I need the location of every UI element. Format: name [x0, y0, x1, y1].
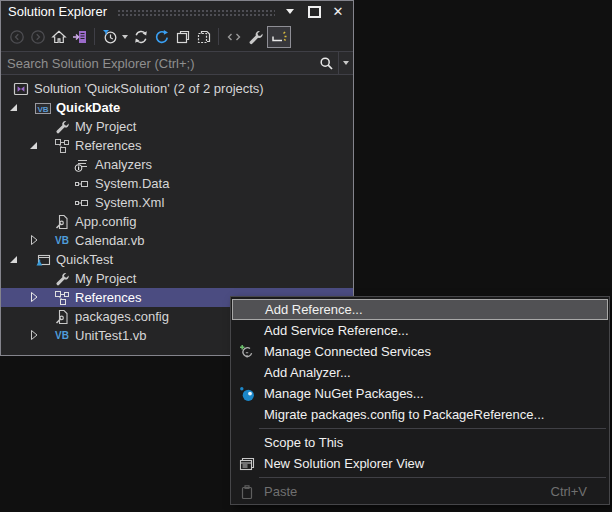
toolbar-separator: [94, 28, 95, 45]
search-input[interactable]: Search Solution Explorer (Ctrl+;): [1, 56, 314, 71]
menu-item-label: Migrate packages.config to PackageRefere…: [264, 407, 544, 422]
chevron-down-icon: [286, 9, 294, 14]
expanded-arrow-icon[interactable]: [7, 101, 19, 113]
menu-item-add-service-reference[interactable]: Add Service Reference...: [231, 320, 609, 341]
tree-row-label: System.Xml: [95, 195, 164, 210]
tree-row-label: packages.config: [75, 309, 169, 324]
tree-row-app-config[interactable]: App.config: [1, 212, 353, 231]
tree-row-label: System.Data: [95, 176, 169, 191]
back-icon: [9, 29, 25, 45]
forward-icon: [30, 29, 46, 45]
menu-item-label: New Solution Explorer View: [264, 456, 424, 471]
search-button[interactable]: [314, 52, 338, 74]
chevron-down-icon: [343, 61, 349, 65]
references-icon: [54, 290, 70, 306]
tree-row-calendar-vb[interactable]: VB Calendar.vb: [1, 231, 353, 250]
menu-item-label: Manage NuGet Packages...: [264, 386, 424, 401]
collapsed-arrow-icon[interactable]: [27, 234, 39, 246]
panel-title: Solution Explorer: [8, 4, 107, 19]
tree-row-solution[interactable]: Solution 'QuickSolution' (2 of 2 project…: [1, 79, 353, 98]
sync-icon: [154, 29, 170, 45]
refresh-icon: [133, 29, 149, 45]
menu-item-shortcut: Ctrl+V: [551, 484, 609, 499]
tree-row-label: QuickDate: [56, 100, 120, 115]
show-all-files-icon: [196, 29, 212, 45]
my-project-icon: [54, 119, 70, 135]
tree-row-references-quickdate[interactable]: References: [1, 136, 353, 155]
tree-row-label: QuickTest: [56, 252, 113, 267]
preview-selected-items-icon: [270, 29, 288, 45]
collapsed-arrow-icon[interactable]: [27, 329, 39, 341]
tree-row-quicktest[interactable]: QuickTest: [1, 250, 353, 269]
menu-item-new-solution-explorer-view[interactable]: New Solution Explorer View: [231, 453, 609, 474]
tree-row-quickdate[interactable]: VB QuickDate: [1, 98, 353, 117]
sync-with-active-document-icon: [72, 29, 88, 45]
tree-row-label: My Project: [75, 271, 136, 286]
menu-item-label: Scope to This: [264, 435, 343, 450]
sync-with-active-document-button[interactable]: [69, 26, 90, 48]
tree-row-my-project-quicktest[interactable]: My Project: [1, 269, 353, 288]
tree-row-label: My Project: [75, 119, 136, 134]
tree-row-label: UnitTest1.vb: [75, 328, 147, 343]
search-icon: [319, 56, 334, 71]
home-icon: [51, 29, 67, 45]
config-file-icon: [54, 214, 70, 230]
assembly-icon: [74, 195, 90, 211]
menu-item-manage-connected-services[interactable]: Manage Connected Services: [231, 341, 609, 362]
drag-handle[interactable]: [117, 8, 275, 17]
tree-row-label: References: [75, 138, 141, 153]
maximize-button[interactable]: [305, 4, 323, 20]
menu-item-add-analyzer[interactable]: Add Analyzer...: [231, 362, 609, 383]
view-code-icon: [226, 29, 242, 45]
forward-button[interactable]: [27, 26, 48, 48]
collapsed-arrow-icon[interactable]: [27, 291, 39, 303]
back-button[interactable]: [6, 26, 27, 48]
preview-selected-items-toggle[interactable]: [267, 26, 291, 48]
home-button[interactable]: [48, 26, 69, 48]
close-button[interactable]: ✕: [329, 4, 347, 20]
close-icon: ✕: [333, 5, 344, 18]
test-project-icon: [35, 252, 51, 268]
menu-item-manage-nuget-packages[interactable]: Manage NuGet Packages...: [231, 383, 609, 404]
pending-changes-filter-button[interactable]: [99, 26, 120, 48]
title-bar: Solution Explorer ✕: [1, 1, 353, 22]
tree-row-my-project[interactable]: My Project: [1, 117, 353, 136]
menu-item-paste[interactable]: Paste Ctrl+V: [231, 481, 609, 502]
search-bar: Search Solution Explorer (Ctrl+;): [1, 51, 353, 75]
properties-icon: [247, 29, 263, 45]
nuget-icon: [238, 385, 255, 402]
menu-item-add-reference[interactable]: Add Reference...: [232, 299, 608, 320]
menu-item-label: Add Service Reference...: [264, 323, 409, 338]
window-position-button[interactable]: [281, 4, 299, 20]
menu-item-scope-to-this[interactable]: Scope to This: [231, 432, 609, 453]
filter-dropdown-arrow-icon[interactable]: [122, 35, 128, 39]
menu-item-label: Add Analyzer...: [264, 365, 351, 380]
sync-button[interactable]: [151, 26, 172, 48]
tree-row-label: App.config: [75, 214, 136, 229]
tree-row-system-data[interactable]: System.Data: [1, 174, 353, 193]
view-code-button[interactable]: [223, 26, 244, 48]
context-menu: Add Reference... Add Service Reference..…: [230, 296, 610, 505]
toolbar-separator: [218, 28, 219, 45]
menu-item-migrate-packages-config[interactable]: Migrate packages.config to PackageRefere…: [231, 404, 609, 425]
properties-button[interactable]: [244, 26, 265, 48]
tree-row-analyzers[interactable]: Analyzers: [1, 155, 353, 174]
expanded-arrow-icon[interactable]: [7, 253, 19, 265]
new-solution-explorer-view-icon: [238, 455, 255, 472]
analyzers-icon: [74, 157, 90, 173]
menu-separator: [259, 428, 606, 429]
toolbar: [1, 22, 353, 51]
my-project-icon: [54, 271, 70, 287]
tree-row-system-xml[interactable]: System.Xml: [1, 193, 353, 212]
collapse-all-button[interactable]: [172, 26, 193, 48]
show-all-files-button[interactable]: [193, 26, 214, 48]
tree-row-label: Calendar.vb: [75, 233, 144, 248]
search-options-dropdown[interactable]: [339, 52, 353, 74]
expanded-arrow-icon[interactable]: [27, 139, 39, 151]
vb-project-icon: VB: [35, 100, 51, 116]
menu-separator: [259, 477, 606, 478]
solution-icon: [13, 81, 29, 97]
tree-row-label: Solution 'QuickSolution' (2 of 2 project…: [34, 81, 264, 96]
refresh-button[interactable]: [130, 26, 151, 48]
svg-text:VB: VB: [37, 104, 48, 113]
